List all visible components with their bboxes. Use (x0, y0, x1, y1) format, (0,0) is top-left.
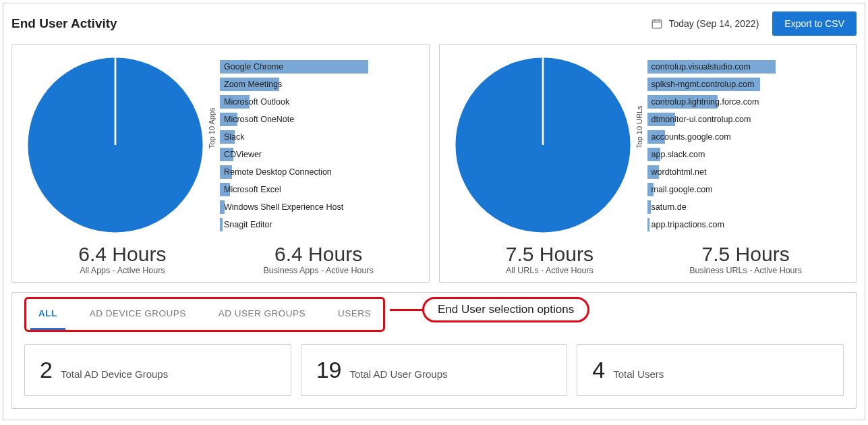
stats-row: 2 Total AD Device Groups 19 Total AD Use… (24, 344, 844, 396)
apps-legend: Top 10 Apps Google ChromeZoom MeetingsMi… (220, 54, 417, 233)
apps-axis-label: Top 10 Apps (208, 107, 216, 148)
page-title: End User Activity (11, 16, 651, 31)
tabs-annotation-box: ALL AD DEVICE GROUPS AD USER GROUPS USER… (24, 297, 385, 332)
business-apps-sub: Business Apps - Active Hours (221, 266, 417, 275)
stat-count: 2 (40, 357, 53, 383)
all-apps-metric: 6.4 Hours All Apps - Active Hours (24, 243, 221, 275)
legend-label: splksh-mgmt.controlup.com (647, 80, 755, 89)
date-range-label: Today (Sep 14, 2022) (668, 18, 759, 29)
urls-pie-chart[interactable] (452, 54, 634, 236)
tab-all[interactable]: ALL (30, 299, 65, 330)
legend-item[interactable]: Microsoft OneNote (220, 111, 417, 128)
legend-item[interactable]: dtmonitor-ui.controlup.com (647, 111, 844, 128)
urls-activity-card: Top 10 URLs controlup.visualstudio.comsp… (439, 44, 857, 283)
apps-activity-card: Top 10 Apps Google ChromeZoom MeetingsMi… (11, 44, 430, 283)
legend-label: app.slack.com (647, 150, 705, 159)
stat-label: Total AD User Groups (350, 368, 448, 380)
legend-label: Slack (220, 132, 245, 142)
legend-label: app.tripactions.com (647, 220, 724, 229)
legend-item[interactable]: app.tripactions.com (647, 216, 844, 233)
calendar-icon (651, 18, 663, 30)
legend-label: Snagit Editor (220, 220, 272, 229)
legend-label: saturn.de (647, 202, 687, 212)
business-apps-value: 6.4 Hours (221, 243, 417, 266)
tab-ad-device-groups[interactable]: AD DEVICE GROUPS (82, 299, 194, 330)
annotation-callout: End User selection options (390, 297, 589, 322)
urls-legend: Top 10 URLs controlup.visualstudio.comsp… (647, 54, 844, 233)
business-urls-sub: Business URLs - Active Hours (647, 266, 844, 275)
legend-label: Microsoft Outlook (220, 97, 289, 107)
all-urls-value: 7.5 Hours (452, 243, 648, 266)
legend-item[interactable]: Snagit Editor (220, 216, 417, 233)
legend-item[interactable]: CDViewer (220, 146, 417, 163)
apps-pie-chart[interactable] (24, 54, 206, 236)
legend-item[interactable]: wordtohtml.net (647, 163, 844, 181)
legend-item[interactable]: accounts.google.com (647, 128, 844, 146)
legend-label: accounts.google.com (647, 132, 731, 142)
legend-item[interactable]: Microsoft Excel (220, 181, 417, 198)
urls-axis-label: Top 10 URLs (635, 105, 643, 148)
date-range-picker[interactable]: Today (Sep 14, 2022) (651, 18, 759, 30)
stat-count: 4 (592, 357, 605, 383)
all-apps-value: 6.4 Hours (24, 243, 221, 266)
business-urls-value: 7.5 Hours (647, 243, 844, 266)
legend-label: Remote Desktop Connection (220, 167, 332, 177)
legend-label: wordtohtml.net (647, 167, 707, 177)
legend-label: CDViewer (220, 150, 262, 159)
legend-item[interactable]: saturn.de (647, 198, 844, 216)
annotation-connector (390, 309, 424, 311)
legend-item[interactable]: Windows Shell Experience Host (220, 198, 417, 216)
all-urls-metric: 7.5 Hours All URLs - Active Hours (452, 243, 648, 275)
legend-item[interactable]: Zoom Meetings (220, 76, 417, 93)
legend-item[interactable]: Slack (220, 128, 417, 146)
stat-count: 19 (316, 357, 342, 383)
legend-label: controlup.lightning.force.com (647, 97, 759, 107)
business-urls-metric: 7.5 Hours Business URLs - Active Hours (647, 243, 844, 275)
legend-label: mail.google.com (647, 185, 713, 194)
selection-card: ALL AD DEVICE GROUPS AD USER GROUPS USER… (11, 292, 857, 409)
stat-label: Total Users (613, 368, 664, 380)
stat-ad-user-groups[interactable]: 19 Total AD User Groups (301, 344, 568, 396)
page-header: End User Activity Today (Sep 14, 2022) E… (11, 11, 857, 36)
annotation-text: End User selection options (422, 297, 589, 322)
legend-label: controlup.visualstudio.com (647, 62, 751, 72)
legend-item[interactable]: Microsoft Outlook (220, 93, 417, 111)
selection-tabs: ALL AD DEVICE GROUPS AD USER GROUPS USER… (30, 299, 379, 330)
legend-label: Windows Shell Experience Host (220, 202, 343, 212)
page-container: End User Activity Today (Sep 14, 2022) E… (3, 3, 865, 420)
charts-row: Top 10 Apps Google ChromeZoom MeetingsMi… (11, 44, 857, 283)
all-apps-sub: All Apps - Active Hours (24, 266, 221, 275)
stat-users[interactable]: 4 Total Users (577, 344, 844, 396)
export-csv-button[interactable]: Export to CSV (772, 11, 857, 36)
legend-label: Microsoft Excel (220, 185, 281, 194)
legend-label: Microsoft OneNote (220, 115, 294, 124)
legend-item[interactable]: Google Chrome (220, 58, 417, 76)
svg-rect-0 (653, 20, 662, 28)
legend-item[interactable]: Remote Desktop Connection (220, 163, 417, 181)
legend-item[interactable]: controlup.visualstudio.com (647, 58, 844, 76)
stat-label: Total AD Device Groups (61, 368, 168, 380)
legend-label: Zoom Meetings (220, 80, 282, 89)
legend-item[interactable]: mail.google.com (647, 181, 844, 198)
tab-ad-user-groups[interactable]: AD USER GROUPS (210, 299, 314, 330)
legend-label: dtmonitor-ui.controlup.com (647, 115, 751, 124)
legend-item[interactable]: splksh-mgmt.controlup.com (647, 76, 844, 93)
stat-ad-device-groups[interactable]: 2 Total AD Device Groups (24, 344, 291, 396)
legend-item[interactable]: controlup.lightning.force.com (647, 93, 844, 111)
tab-users[interactable]: USERS (330, 299, 379, 330)
business-apps-metric: 6.4 Hours Business Apps - Active Hours (221, 243, 417, 275)
legend-item[interactable]: app.slack.com (647, 146, 844, 163)
all-urls-sub: All URLs - Active Hours (452, 266, 648, 275)
legend-label: Google Chrome (220, 62, 283, 72)
